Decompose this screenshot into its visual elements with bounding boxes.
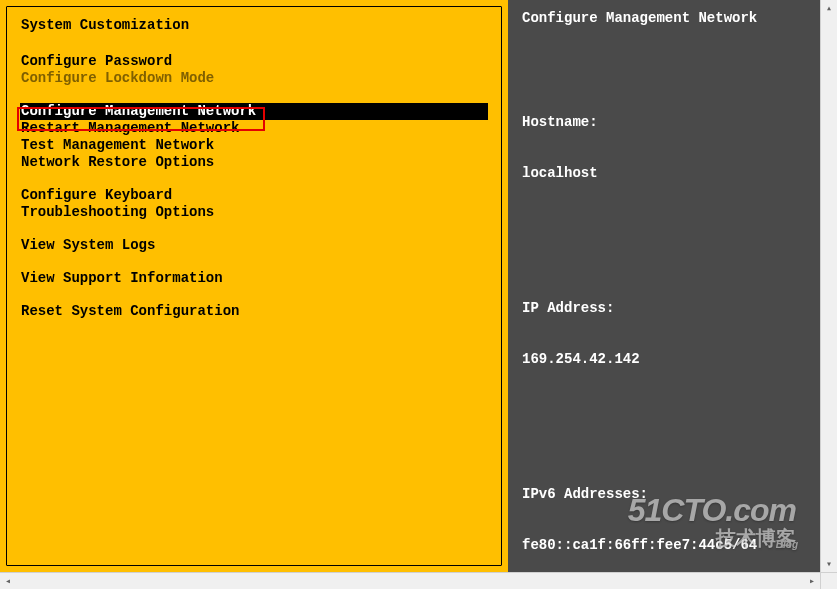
ipv6-address-value: fe80::ca1f:66ff:fee7:44c5/64 xyxy=(522,537,806,554)
system-customization-pane: System Customization Configure Password … xyxy=(0,0,508,572)
ip-address-value: 169.254.42.142 xyxy=(522,351,806,368)
menu-view-system-logs[interactable]: View System Logs xyxy=(21,237,487,254)
ip-address-label: IP Address: xyxy=(522,300,806,317)
menu-network-restore-options[interactable]: Network Restore Options xyxy=(21,154,487,171)
menu-configure-keyboard[interactable]: Configure Keyboard xyxy=(21,187,487,204)
scroll-down-icon[interactable]: ▾ xyxy=(821,556,837,572)
menu-configure-management-network[interactable]: Configure Management Network xyxy=(20,103,488,120)
scroll-right-icon[interactable]: ▸ xyxy=(804,573,820,589)
menu-reset-system-configuration[interactable]: Reset System Configuration xyxy=(21,303,487,320)
menu-test-management-network[interactable]: Test Management Network xyxy=(21,137,487,154)
detail-pane-title: Configure Management Network xyxy=(508,0,820,46)
horizontal-scrollbar[interactable]: ◂ ▸ xyxy=(0,572,820,589)
h-scroll-track[interactable] xyxy=(16,573,804,589)
system-customization-menu: Configure Password Configure Lockdown Mo… xyxy=(7,53,501,320)
vertical-scrollbar[interactable]: ▴ ▾ xyxy=(820,0,837,572)
v-scroll-track[interactable] xyxy=(821,16,837,556)
menu-configure-lockdown-mode[interactable]: Configure Lockdown Mode xyxy=(21,70,487,87)
menu-configure-password[interactable]: Configure Password xyxy=(21,53,487,70)
scroll-left-icon[interactable]: ◂ xyxy=(0,573,16,589)
hostname-value: localhost xyxy=(522,165,806,182)
ipv6-address-label: IPv6 Addresses: xyxy=(522,486,806,503)
hostname-label: Hostname: xyxy=(522,114,806,131)
menu-view-support-information[interactable]: View Support Information xyxy=(21,270,487,287)
scroll-up-icon[interactable]: ▴ xyxy=(821,0,837,16)
left-pane-title: System Customization xyxy=(7,7,501,53)
menu-restart-management-network[interactable]: Restart Management Network xyxy=(21,120,487,137)
scroll-corner xyxy=(820,572,837,589)
menu-troubleshooting-options[interactable]: Troubleshooting Options xyxy=(21,204,487,221)
detail-pane: Configure Management Network Hostname: l… xyxy=(508,0,820,572)
